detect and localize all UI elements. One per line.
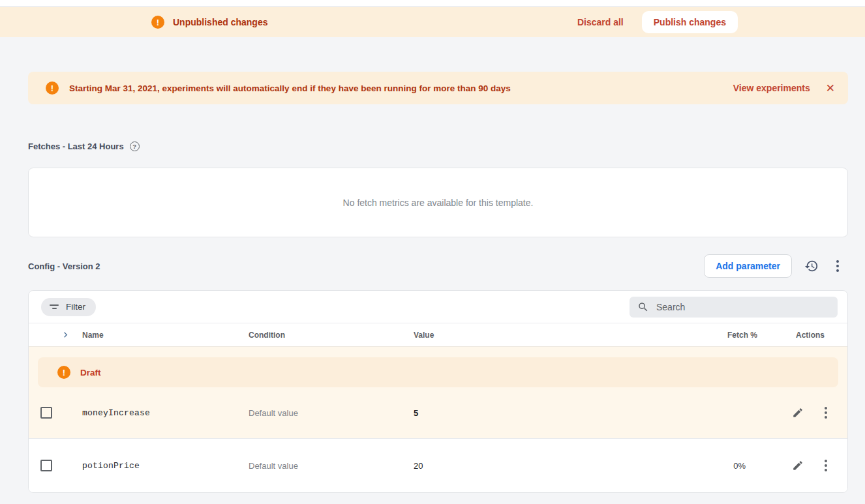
row-menu-button[interactable] bbox=[819, 404, 832, 421]
filter-chip[interactable]: Filter bbox=[41, 298, 96, 316]
config-title-wrap: Config - Version 2 bbox=[28, 261, 100, 271]
filter-label: Filter bbox=[66, 302, 85, 312]
parameters-table-card: Filter Name Condition Value bbox=[28, 290, 848, 493]
empty-state-message: No fetch metrics are available for this … bbox=[343, 198, 534, 208]
table-row: potionPrice Default value 20 0% bbox=[29, 438, 847, 492]
warning-icon: ! bbox=[151, 16, 164, 29]
param-name: potionPrice bbox=[82, 461, 249, 471]
draft-label: Draft bbox=[80, 368, 101, 378]
app-header-strip bbox=[0, 0, 865, 7]
publish-actions: Discard all Publish changes bbox=[577, 7, 738, 37]
experiment-warning-banner: ! Starting Mar 31, 2021, experiments wil… bbox=[28, 72, 848, 104]
close-icon[interactable]: ✕ bbox=[826, 83, 835, 94]
param-value: 5 bbox=[414, 408, 679, 418]
column-header-condition: Condition bbox=[249, 331, 414, 340]
row-actions bbox=[757, 457, 848, 474]
pencil-icon bbox=[792, 407, 804, 419]
row-menu-button[interactable] bbox=[819, 457, 832, 474]
row-checkbox[interactable] bbox=[40, 460, 52, 471]
pencil-icon bbox=[792, 460, 804, 471]
help-icon[interactable]: ? bbox=[130, 141, 140, 151]
remote-config-page: ! Unpublished changes Discard all Publis… bbox=[0, 0, 865, 504]
discard-all-button[interactable]: Discard all bbox=[577, 17, 624, 27]
page-content: ! Starting Mar 31, 2021, experiments wil… bbox=[0, 72, 865, 493]
warning-icon: ! bbox=[46, 82, 59, 95]
more-vert-icon bbox=[832, 259, 843, 273]
version-history-button[interactable] bbox=[803, 258, 820, 274]
config-actions: Add parameter bbox=[704, 254, 848, 278]
search-input[interactable] bbox=[656, 302, 830, 312]
history-icon bbox=[804, 259, 819, 273]
more-vert-icon bbox=[821, 406, 831, 420]
table-header-row: Name Condition Value Fetch % Actions bbox=[29, 323, 847, 347]
more-vert-icon bbox=[821, 458, 831, 473]
search-box[interactable] bbox=[630, 297, 838, 318]
unpublished-changes-bar: ! Unpublished changes Discard all Publis… bbox=[0, 7, 865, 37]
row-actions bbox=[757, 404, 848, 421]
fetch-percent-value: 0% bbox=[679, 461, 757, 471]
chevron-right-icon bbox=[60, 329, 71, 340]
param-condition: Default value bbox=[249, 408, 414, 418]
add-parameter-button[interactable]: Add parameter bbox=[704, 254, 792, 278]
column-header-fetch-percent: Fetch % bbox=[679, 331, 757, 340]
param-condition: Default value bbox=[249, 461, 414, 471]
warning-icon: ! bbox=[57, 366, 70, 379]
param-value: 20 bbox=[414, 461, 679, 471]
edit-parameter-button[interactable] bbox=[791, 406, 805, 420]
column-header-actions: Actions bbox=[757, 331, 848, 340]
row-checkbox[interactable] bbox=[40, 407, 52, 419]
unpublished-status: ! Unpublished changes bbox=[151, 7, 267, 37]
fetch-metrics-card: No fetch metrics are available for this … bbox=[28, 168, 848, 237]
config-section-header: Config - Version 2 Add parameter bbox=[28, 254, 848, 278]
expand-all-button[interactable] bbox=[60, 329, 71, 340]
edit-parameter-button[interactable] bbox=[791, 458, 805, 473]
search-icon bbox=[637, 301, 649, 313]
table-toolbar: Filter bbox=[29, 291, 847, 323]
config-title: Config - Version 2 bbox=[28, 261, 100, 271]
config-menu-button[interactable] bbox=[831, 258, 844, 274]
experiment-warning-message: Starting Mar 31, 2021, experiments will … bbox=[69, 83, 733, 93]
draft-section: ! Draft moneyIncrease Default value 5 bbox=[29, 347, 847, 438]
view-experiments-link[interactable]: View experiments bbox=[733, 83, 810, 93]
column-header-name: Name bbox=[82, 331, 249, 340]
publish-changes-button[interactable]: Publish changes bbox=[642, 11, 738, 33]
column-header-value: Value bbox=[414, 331, 679, 340]
draft-banner: ! Draft bbox=[38, 357, 838, 387]
fetches-title: Fetches - Last 24 Hours bbox=[28, 141, 124, 151]
filter-icon bbox=[50, 304, 59, 309]
fetches-section-header: Fetches - Last 24 Hours ? bbox=[28, 141, 848, 151]
table-row: moneyIncrease Default value 5 bbox=[29, 387, 847, 438]
param-name: moneyIncrease bbox=[82, 408, 249, 418]
unpublished-message: Unpublished changes bbox=[173, 17, 267, 27]
